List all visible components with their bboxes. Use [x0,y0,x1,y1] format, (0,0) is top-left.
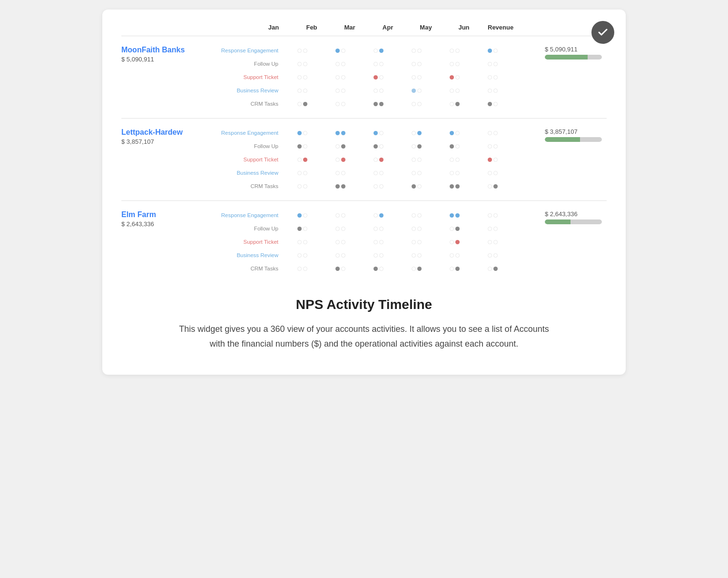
dot [379,89,384,93]
activity-label: CRM Tasks [216,266,283,271]
dot-row-support-ticket [283,75,512,80]
bar-gray [571,219,602,224]
dot [488,253,492,258]
activity-label: Follow Up [216,226,283,231]
month-dots [283,227,321,231]
dot-row-response-engagement [283,213,512,218]
month-dots [397,240,435,244]
dot [341,213,345,218]
month-dots [435,213,473,218]
dot [488,89,492,93]
month-dots [283,158,321,162]
month-dots [283,240,321,244]
dot [412,75,416,80]
dot [450,89,454,93]
revenue-bar-section: $ 2,643,336 [545,209,607,224]
month-dots [435,49,473,53]
nps-title: NPS Activity Timeline [140,297,588,312]
dot [379,253,384,258]
account-row: MoonFaith Banks$ 5,090,911Response Engag… [121,45,607,110]
month-dots [435,227,473,231]
dot [493,184,498,189]
account-section-2: Elm Farm$ 2,643,336Response EngagementFo… [121,200,607,283]
activity-row-1: Follow Up [216,140,540,152]
dot [450,253,454,258]
dot [493,227,498,231]
dot [450,62,454,66]
dot [412,131,416,135]
month-dots [283,102,321,106]
bar-green [545,219,571,224]
dot [335,49,340,53]
dot [297,144,302,149]
dot [303,131,307,135]
activity-row-3: Business Review [216,249,540,261]
dot [455,184,460,189]
dot [303,240,307,244]
dot [412,144,416,149]
dot [297,267,302,271]
dot [488,131,492,135]
dot [450,227,454,231]
dot [341,62,345,66]
dot [374,131,378,135]
dot [450,158,454,162]
month-dots [397,144,435,149]
dot [450,171,454,175]
dot [341,102,345,106]
dot [417,89,422,93]
month-dots [283,89,321,93]
account-name[interactable]: MoonFaith Banks [121,46,216,54]
dot [374,267,378,271]
activity-grid: Response EngagementFollow UpSupport Tick… [216,209,540,274]
month-dots [321,75,359,80]
dot [455,171,460,175]
month-dots [283,62,321,66]
dot [412,62,416,66]
dot [297,184,302,189]
dot [455,213,460,218]
account-info: MoonFaith Banks$ 5,090,911 [121,45,216,63]
month-dots [321,171,359,175]
dot [450,102,454,106]
dot [488,102,492,106]
month-dots [397,89,435,93]
dot [493,62,498,66]
month-dots [397,184,435,189]
activity-row-2: Support Ticket [216,154,540,165]
dot [341,89,345,93]
account-name[interactable]: Lettpack-Hardew [121,128,216,137]
dot [417,171,422,175]
checkmark-button[interactable] [591,21,614,44]
dot [417,62,422,66]
month-dots [397,171,435,175]
month-dots [397,267,435,271]
activity-row-1: Follow Up [216,223,540,234]
month-dots [321,102,359,106]
revenue-value: $ 3,857,107 [545,128,578,135]
dot [493,131,498,135]
dot [417,131,422,135]
dot [374,102,378,106]
activity-label: Follow Up [216,61,283,67]
month-dots [359,102,397,106]
dot [412,171,416,175]
dot-row-follow-up [283,144,512,149]
dot [335,213,340,218]
dot [412,240,416,244]
dot [412,213,416,218]
dot [455,253,460,258]
dot [303,144,307,149]
dot [341,144,345,149]
dot-row-follow-up [283,227,512,231]
revenue-value: $ 2,643,336 [545,210,578,218]
account-name[interactable]: Elm Farm [121,210,216,219]
dot [341,227,345,231]
month-dots [473,213,512,218]
dot-row-support-ticket [283,240,512,244]
activity-row-4: CRM Tasks [216,180,540,192]
account-row: Lettpack-Hardew$ 3,857,107Response Engag… [121,127,607,192]
dot [341,158,345,162]
dot [379,227,384,231]
dot [488,144,492,149]
